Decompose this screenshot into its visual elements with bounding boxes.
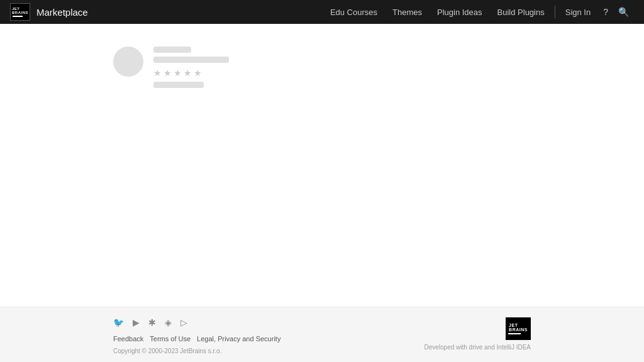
site-header: JETBRAINS Marketplace Edu Courses Themes… xyxy=(0,0,644,24)
feedback-link[interactable]: Feedback xyxy=(113,335,143,343)
stars-row: ★ ★ ★ ★ ★ xyxy=(153,68,229,78)
skeleton-meta-line xyxy=(153,82,204,88)
nav-themes[interactable]: Themes xyxy=(385,0,430,24)
nav-divider xyxy=(555,6,555,18)
skeleton-desc-line xyxy=(153,57,229,63)
star-4: ★ xyxy=(184,68,192,78)
jetbrains-logo: JETBRAINS xyxy=(10,3,30,21)
discord-icon[interactable]: ◈ xyxy=(165,317,172,327)
footer-content: 🐦 ▶ ✱ ◈ ▷ Feedback Terms of Use Legal, P… xyxy=(0,317,644,354)
nav-plugin-ideas[interactable]: Plugin Ideas xyxy=(430,0,490,24)
star-1: ★ xyxy=(153,68,162,78)
site-footer: 🐦 ▶ ✱ ◈ ▷ Feedback Terms of Use Legal, P… xyxy=(0,307,644,362)
footer-logo-line-icon xyxy=(508,333,521,334)
marketplace-title: Marketplace xyxy=(36,7,88,18)
footer-right: JETBRAINS Developed with drive and Intel… xyxy=(424,317,531,351)
logo-area[interactable]: JETBRAINS Marketplace xyxy=(10,3,88,21)
sign-in-link[interactable]: Sign In xyxy=(558,0,598,24)
footer-copyright: Copyright © 2000-2023 JetBrains s.r.o. xyxy=(113,348,280,354)
footer-left: 🐦 ▶ ✱ ◈ ▷ Feedback Terms of Use Legal, P… xyxy=(113,317,280,354)
logo-line-icon xyxy=(13,16,23,17)
youtube-icon[interactable]: ▶ xyxy=(133,317,140,327)
main-content: ★ ★ ★ ★ ★ xyxy=(0,24,644,294)
star-3: ★ xyxy=(174,68,182,78)
footer-links: Feedback Terms of Use Legal, Privacy and… xyxy=(113,335,280,343)
legal-link[interactable]: Legal, Privacy and Security xyxy=(197,335,280,343)
footer-social-icons: 🐦 ▶ ✱ ◈ ▷ xyxy=(113,317,280,327)
terms-link[interactable]: Terms of Use xyxy=(150,335,191,343)
star-5: ★ xyxy=(194,68,202,78)
skeleton-name-line xyxy=(153,47,191,53)
star-2: ★ xyxy=(164,68,172,78)
footer-jetbrains-logo: JETBRAINS xyxy=(506,317,531,340)
nav-edu-courses[interactable]: Edu Courses xyxy=(323,0,385,24)
plugin-card: ★ ★ ★ ★ ★ xyxy=(113,36,531,98)
nav-build-plugins[interactable]: Build Plugins xyxy=(490,0,552,24)
reddit-icon[interactable]: ▷ xyxy=(180,317,187,327)
plugin-info: ★ ★ ★ ★ ★ xyxy=(153,47,229,88)
footer-developed-text: Developed with drive and IntelliJ IDEA xyxy=(424,344,531,351)
help-icon[interactable]: ? xyxy=(598,0,613,24)
slack-icon[interactable]: ✱ xyxy=(148,317,156,327)
main-nav: Edu Courses Themes Plugin Ideas Build Pl… xyxy=(323,0,634,24)
twitter-icon[interactable]: 🐦 xyxy=(113,317,124,327)
search-icon[interactable]: 🔍 xyxy=(613,0,634,24)
plugin-icon-skeleton xyxy=(113,47,143,77)
